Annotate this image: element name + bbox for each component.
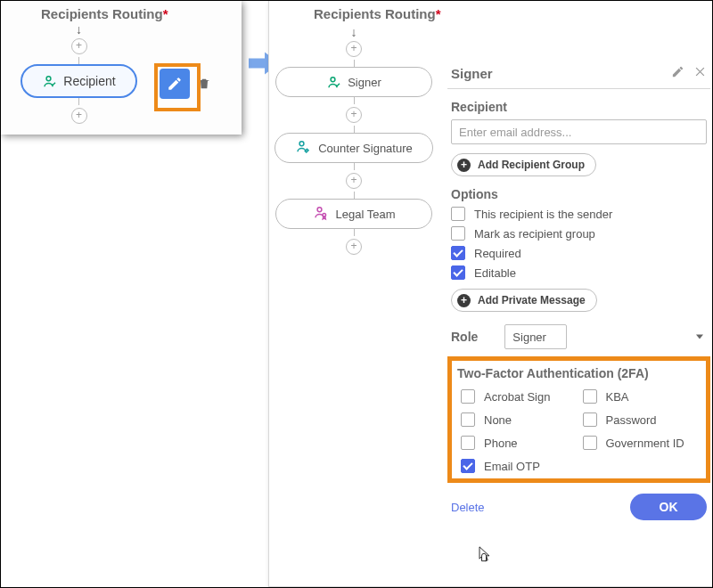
routing-title-text: Recipients Routing	[41, 6, 163, 21]
signer-icon	[42, 74, 56, 88]
tfa-highlight: Two-Factor Authentication (2FA) Acrobat …	[447, 356, 710, 483]
connector-line	[354, 163, 355, 170]
svg-point-3	[317, 207, 322, 211]
routing-title: Recipients Routing*	[1, 1, 242, 23]
checkbox-editable[interactable]	[451, 265, 465, 280]
checkbox-phone[interactable]	[461, 436, 475, 450]
edit-icon[interactable]	[671, 65, 684, 81]
arrow-down-icon: ↓	[351, 26, 357, 38]
svg-point-4	[322, 213, 325, 216]
delete-link[interactable]: Delete	[451, 501, 485, 514]
close-icon[interactable]	[693, 65, 707, 81]
tfa-emailotp-label: Email OTP	[484, 460, 540, 473]
connector-line	[354, 229, 355, 236]
connector-line	[354, 60, 355, 67]
checkbox-password[interactable]	[583, 412, 597, 427]
add-node-button[interactable]: +	[346, 107, 362, 123]
signer-icon	[326, 75, 340, 89]
certified-icon	[313, 205, 329, 224]
routing-title-text: Recipients Routing	[314, 6, 436, 21]
plus-icon: +	[457, 294, 471, 307]
node-tools	[160, 69, 217, 99]
tfa-password-label: Password	[606, 413, 657, 427]
checkbox-required[interactable]	[451, 246, 465, 260]
add-node-button[interactable]: +	[346, 173, 362, 189]
opt-sender-label: This recipient is the sender	[474, 208, 612, 221]
opt-markgroup-label: Mark as recipient group	[474, 227, 595, 241]
arrow-down-icon: ↓	[76, 23, 82, 36]
tfa-phone-label: Phone	[484, 437, 518, 450]
connector-line	[354, 97, 355, 104]
opt-required-label: Required	[474, 247, 521, 260]
connector-line	[78, 98, 79, 105]
checkbox-kba[interactable]	[583, 389, 597, 404]
connector-line	[354, 126, 355, 133]
role-label: Role	[451, 330, 478, 344]
signer-node-label: Signer	[348, 76, 381, 89]
checkbox-markgroup[interactable]	[451, 226, 465, 241]
routing-title: Recipients Routing*	[269, 1, 712, 23]
add-recipient-group-label: Add Recipient Group	[478, 159, 585, 171]
recipient-node[interactable]: Recipient	[20, 64, 136, 98]
checkbox-email-otp[interactable]	[461, 459, 475, 473]
edit-node-button[interactable]	[160, 69, 190, 99]
counter-signature-node-label: Counter Signature	[318, 142, 413, 155]
add-node-button[interactable]: +	[71, 108, 87, 124]
add-node-button[interactable]: +	[71, 38, 87, 54]
properties-panel: Signer Recipient + Add Recipient Group O…	[447, 63, 710, 520]
connector-line	[354, 192, 355, 199]
add-recipient-group-button[interactable]: + Add Recipient Group	[451, 153, 596, 176]
cursor-pointer-icon	[475, 545, 493, 568]
tfa-acrobat-label: Acrobat Sign	[484, 390, 550, 404]
role-select[interactable]: Signer	[504, 324, 567, 349]
opt-editable-label: Editable	[474, 266, 516, 280]
checkbox-government-id[interactable]	[583, 436, 597, 450]
recipient-node-label: Recipient	[63, 74, 115, 88]
tfa-none-label: None	[484, 413, 512, 427]
svg-point-0	[46, 77, 51, 81]
signer-icon	[295, 139, 311, 158]
tfa-kba-label: KBA	[606, 390, 629, 404]
add-node-button[interactable]: +	[346, 41, 362, 57]
flow-column-right: ↓ + Signer +	[269, 26, 438, 257]
recipient-label: Recipient	[451, 100, 710, 114]
checkbox-sender[interactable]	[451, 207, 465, 221]
ok-button-label: OK	[660, 500, 678, 514]
connector-line	[78, 57, 79, 64]
svg-point-2	[299, 141, 304, 145]
add-private-message-label: Add Private Message	[478, 294, 586, 306]
add-node-button[interactable]: +	[346, 239, 362, 255]
checkbox-none[interactable]	[461, 412, 475, 427]
add-private-message-button[interactable]: + Add Private Message	[451, 289, 597, 312]
svg-point-1	[331, 78, 335, 82]
after-panel: Recipients Routing* ↓ + Signer +	[268, 1, 712, 587]
counter-signature-node[interactable]: Counter Signature	[275, 133, 433, 163]
legal-team-node-label: Legal Team	[336, 208, 396, 221]
legal-team-node[interactable]: Legal Team	[275, 199, 432, 229]
plus-icon: +	[457, 159, 471, 172]
panel-title: Signer	[451, 66, 493, 81]
signer-node[interactable]: Signer	[275, 67, 432, 97]
before-panel: Recipients Routing* ↓ + Recipient +	[1, 1, 242, 135]
checkbox-acrobat-sign[interactable]	[461, 389, 475, 404]
options-label: Options	[451, 187, 710, 201]
tfa-label: Two-Factor Authentication (2FA)	[457, 366, 701, 380]
tfa-govid-label: Government ID	[606, 437, 684, 450]
delete-node-button[interactable]	[192, 69, 217, 99]
email-field[interactable]	[451, 119, 707, 144]
flow-column-left: ↓ + Recipient +	[1, 23, 157, 127]
ok-button[interactable]: OK	[630, 494, 707, 520]
